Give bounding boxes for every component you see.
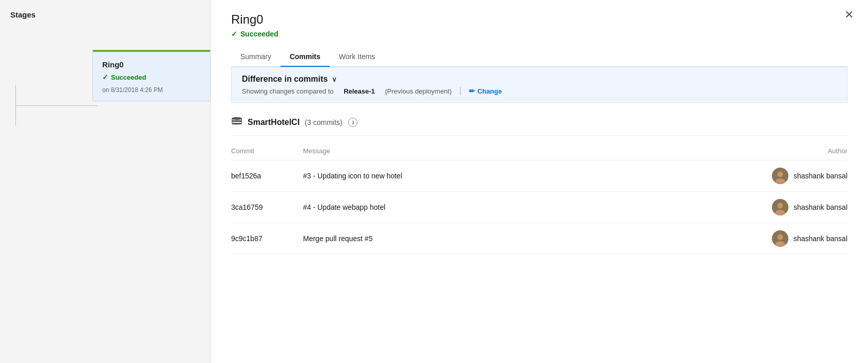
close-button[interactable]: ✕ bbox=[844, 9, 854, 21]
panel-status-label: Succeeded bbox=[240, 30, 278, 38]
svg-rect-1 bbox=[232, 120, 241, 122]
chevron-down-icon[interactable]: ∨ bbox=[332, 76, 337, 83]
table-header-row: Commit Message Author bbox=[231, 144, 847, 160]
repo-commits-count: (3 commits) bbox=[305, 118, 342, 126]
repo-icon bbox=[231, 115, 242, 129]
diff-banner: Difference in commits ∨ Showing changes … bbox=[231, 67, 847, 103]
svg-point-8 bbox=[777, 203, 783, 209]
repo-header: SmartHotelCI (3 commits) i bbox=[231, 115, 847, 136]
stages-title: Stages bbox=[10, 10, 200, 19]
diff-title-text: Difference in commits bbox=[242, 75, 328, 84]
check-icon: ✓ bbox=[102, 73, 108, 81]
commit-message-3: Merge pull request #5 bbox=[303, 234, 734, 243]
commit-hash-1: bef1526a bbox=[231, 172, 303, 180]
ring0-card-date: on 8/31/2018 4:26 PM bbox=[102, 86, 201, 94]
tabs-bar: Summary Commits Work Items bbox=[231, 47, 847, 67]
commits-table: Commit Message Author bef1526a #3 - Upda… bbox=[231, 144, 847, 255]
ring0-stage-card[interactable]: Ring0 ✓ Succeeded on 8/31/2018 4:26 PM bbox=[92, 50, 211, 101]
repo-name: SmartHotelCI bbox=[248, 118, 299, 127]
diff-subtitle-pre: Showing changes compared to bbox=[242, 87, 334, 95]
diff-banner-subtitle: Showing changes compared to Release-1 (P… bbox=[242, 87, 837, 95]
avatar-2 bbox=[772, 199, 788, 215]
commit-hash-2: 3ca16759 bbox=[231, 203, 303, 211]
panel-check-icon: ✓ bbox=[231, 30, 237, 38]
ring0-card-status: ✓ Succeeded bbox=[102, 73, 201, 81]
diff-subtitle-post: (Previous deployment) bbox=[385, 87, 451, 95]
avatar-1 bbox=[772, 168, 788, 184]
author-name-3: shashank bansal bbox=[794, 234, 847, 243]
stages-panel: Stages Ring0 ✓ Succeeded on 8/31/2018 4:… bbox=[0, 0, 211, 363]
tab-summary[interactable]: Summary bbox=[231, 47, 280, 67]
tab-work-items[interactable]: Work Items bbox=[330, 47, 385, 67]
info-icon[interactable]: i bbox=[348, 118, 357, 127]
ring0-status-label: Succeeded bbox=[111, 74, 146, 81]
tab-commits[interactable]: Commits bbox=[280, 47, 330, 67]
commit-author-2: shashank bansal bbox=[734, 199, 847, 215]
ring0-card-title: Ring0 bbox=[102, 60, 201, 69]
commit-author-3: shashank bansal bbox=[734, 230, 847, 247]
commit-author-1: shashank bansal bbox=[734, 168, 847, 184]
commit-message-1: #3 - Updating icon to new hotel bbox=[303, 172, 734, 180]
change-button[interactable]: ✏ Change bbox=[469, 87, 502, 95]
col-header-message: Message bbox=[303, 147, 734, 155]
edit-icon: ✏ bbox=[469, 87, 475, 95]
panel-title: Ring0 bbox=[231, 12, 847, 27]
connector-h-line bbox=[15, 105, 98, 106]
avatar-3 bbox=[772, 230, 788, 247]
table-row: bef1526a #3 - Updating icon to new hotel… bbox=[231, 160, 847, 192]
author-name-1: shashank bansal bbox=[794, 172, 847, 180]
separator bbox=[460, 87, 461, 95]
col-header-commit: Commit bbox=[231, 147, 303, 155]
diff-release-name: Release-1 bbox=[344, 87, 375, 95]
commit-message-2: #4 - Update webapp hotel bbox=[303, 203, 734, 211]
panel-status: ✓ Succeeded bbox=[231, 30, 847, 38]
change-label: Change bbox=[478, 87, 502, 95]
diff-banner-title: Difference in commits ∨ bbox=[242, 75, 837, 84]
table-row: 3ca16759 #4 - Update webapp hotel shasha… bbox=[231, 192, 847, 223]
author-name-2: shashank bansal bbox=[794, 203, 847, 211]
commit-hash-3: 9c9c1b87 bbox=[231, 234, 303, 243]
col-header-author: Author bbox=[734, 147, 847, 155]
svg-point-11 bbox=[777, 234, 783, 240]
svg-point-5 bbox=[777, 172, 783, 177]
detail-panel: ✕ Ring0 ✓ Succeeded Summary Commits Work… bbox=[211, 0, 868, 363]
table-row: 9c9c1b87 Merge pull request #5 shashank … bbox=[231, 223, 847, 255]
